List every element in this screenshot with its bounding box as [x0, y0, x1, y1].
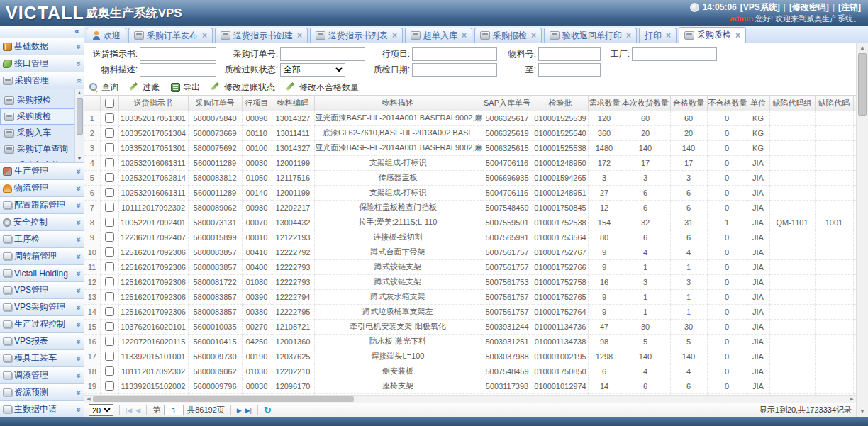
row-checkbox[interactable] [105, 366, 114, 376]
delivery-note-input[interactable] [140, 47, 216, 61]
tab-close-icon[interactable]: × [462, 30, 467, 40]
scroll-down-icon[interactable]: ▼ [859, 407, 865, 417]
column-header-unit[interactable]: 单位 [747, 96, 769, 111]
sidebar-group-主数据申请[interactable]: 主数据申请» [0, 401, 84, 417]
plant-input[interactable] [632, 47, 717, 61]
row-checkbox[interactable] [105, 277, 114, 286]
tab-close-icon[interactable]: × [626, 30, 631, 40]
submenu-scroll-thumb[interactable] [77, 98, 83, 135]
page-number-input[interactable] [164, 405, 184, 415]
scroll-right-icon[interactable]: ▶ [847, 396, 856, 403]
row-checkbox[interactable] [105, 218, 114, 227]
tab-欢迎[interactable]: 欢迎 [87, 28, 126, 43]
column-header-line[interactable]: 行项目 [242, 96, 272, 111]
qc-date-to-input[interactable] [538, 63, 601, 77]
scroll-left-icon[interactable]: ◀ [84, 396, 93, 403]
po-number-input[interactable] [280, 47, 365, 61]
scroll-down-icon[interactable]: ▼ [77, 155, 82, 162]
修改过账状态-button[interactable]: 修改过账状态 [211, 82, 275, 94]
column-header-delivery[interactable]: 送货指示书 [118, 96, 188, 111]
sidebar-group-VPS管理[interactable]: VPS管理» [0, 282, 84, 299]
sidebar-group-工序检[interactable]: 工序检» [0, 231, 84, 248]
column-header-material[interactable]: 物料编码 [272, 96, 314, 111]
qc-status-select[interactable]: 全部 [280, 63, 345, 77]
column-header-defect_group[interactable]: 缺陷代码组 [769, 96, 815, 111]
last-page-button[interactable]: ▶| [245, 407, 252, 414]
sidebar-item-采购报检[interactable]: 采购报检 [0, 92, 74, 108]
tab-采购订单发布[interactable]: 采购订单发布× [128, 28, 213, 43]
line-item-input[interactable] [412, 47, 497, 61]
next-page-button[interactable]: ▶ [237, 407, 242, 414]
prev-page-button[interactable]: ◀ [135, 407, 140, 414]
tab-close-icon[interactable]: × [202, 30, 207, 40]
sidebar-group-采购管理[interactable]: 采购管理» [0, 72, 84, 89]
vps-system-link[interactable]: [VPS系统] [740, 1, 780, 13]
tab-采购报检[interactable]: 采购报检× [474, 28, 542, 43]
tab-close-icon[interactable]: × [392, 30, 397, 40]
row-checkbox[interactable] [105, 262, 114, 271]
sidebar-group-VPS采购管理[interactable]: VPS采购管理» [0, 299, 84, 316]
sidebar-group-生产过程控制[interactable]: 生产过程控制» [0, 316, 84, 333]
sidebar-group-接口管理[interactable]: 接口管理» [0, 55, 84, 72]
change-password-link[interactable]: [修改密码] [789, 1, 829, 13]
查询-button[interactable]: 查询 [89, 82, 118, 94]
row-checkbox[interactable] [105, 307, 114, 316]
first-page-button[interactable]: |◀ [126, 407, 132, 414]
column-header-qualified[interactable]: 合格数量 [670, 96, 707, 111]
row-checkbox[interactable] [105, 337, 114, 346]
row-checkbox[interactable] [105, 203, 114, 212]
sidebar-group-安全控制[interactable]: 安全控制» [0, 214, 84, 231]
material-desc-input[interactable] [140, 63, 216, 77]
tab-close-icon[interactable]: × [297, 30, 302, 40]
sidebar-group-生产管理[interactable]: 生产管理» [0, 163, 84, 180]
refresh-icon[interactable]: ↻ [264, 405, 272, 415]
tab-close-icon[interactable]: × [666, 30, 671, 40]
sidebar-collapse-button[interactable]: « [0, 26, 84, 38]
tab-采购质检[interactable]: 采购质检× [679, 27, 746, 43]
row-checkbox[interactable] [105, 158, 114, 167]
sidebar-group-配置跟踪管理[interactable]: 配置跟踪管理» [0, 197, 84, 214]
column-header-desc[interactable]: 物料描述 [314, 96, 482, 111]
vertical-scrollbar[interactable]: ▲ ▼ [856, 43, 868, 417]
sidebar-item-采购入库单行[interactable]: 采购入库单行 [0, 157, 74, 162]
导出-button[interactable]: 导出 [171, 82, 200, 94]
sidebar-item-采购入车[interactable]: 采购入车 [0, 125, 74, 141]
row-checkbox[interactable] [105, 322, 114, 331]
scroll-up-icon[interactable]: ▲ [859, 43, 865, 53]
tab-送货指示书创建[interactable]: 送货指示书创建× [215, 28, 308, 43]
row-checkbox[interactable] [105, 188, 114, 197]
row-checkbox[interactable] [105, 143, 114, 152]
row-checkbox[interactable] [105, 113, 114, 123]
sidebar-group-物流管理[interactable]: 物流管理» [0, 180, 84, 197]
horizontal-scroll-thumb[interactable] [93, 396, 354, 402]
column-header-demand[interactable]: 需求数量 [588, 96, 621, 111]
column-header-check[interactable] [100, 96, 118, 111]
row-checkbox[interactable] [105, 352, 114, 361]
row-checkbox[interactable] [105, 128, 114, 138]
tab-验收退回单打印[interactable]: 验收退回单打印× [544, 28, 637, 43]
row-checkbox[interactable] [105, 232, 114, 242]
horizontal-scrollbar[interactable]: ◀ ▶ [84, 395, 856, 403]
sidebar-group-调漆管理[interactable]: 调漆管理» [0, 367, 84, 384]
tab-送货指示书列表[interactable]: 送货指示书列表× [310, 28, 403, 43]
row-checkbox[interactable] [105, 247, 114, 257]
material-no-input[interactable] [538, 47, 601, 61]
sidebar-group-周转箱管理[interactable]: 周转箱管理» [0, 248, 84, 265]
column-header-po[interactable]: 采购订单号 [188, 96, 242, 111]
row-checkbox[interactable] [105, 292, 114, 301]
过账-button[interactable]: 过账 [130, 82, 160, 94]
tab-打印[interactable]: 打印× [639, 28, 677, 43]
sidebar-item-采购订单查询[interactable]: 采购订单查询 [0, 141, 74, 157]
page-size-select[interactable]: 20 [89, 404, 113, 416]
select-all-checkbox[interactable] [105, 99, 114, 108]
submenu-scrollbar[interactable]: ▲▼ [74, 89, 84, 162]
column-header-sap[interactable]: SAP入库单号 [482, 96, 533, 111]
tab-close-icon[interactable]: × [735, 30, 740, 40]
sidebar-group-基础数据[interactable]: 基础数据» [0, 38, 84, 55]
column-header-defect_code[interactable]: 缺陷代码 [815, 96, 853, 111]
logout-link[interactable]: [注销] [838, 1, 861, 13]
column-header-batch[interactable]: 检验批 [533, 96, 588, 111]
sidebar-group-VPS报表[interactable]: VPS报表» [0, 333, 84, 350]
sidebar-group-资源预测[interactable]: 资源预测» [0, 384, 84, 401]
vertical-scroll-thumb[interactable] [858, 53, 867, 116]
